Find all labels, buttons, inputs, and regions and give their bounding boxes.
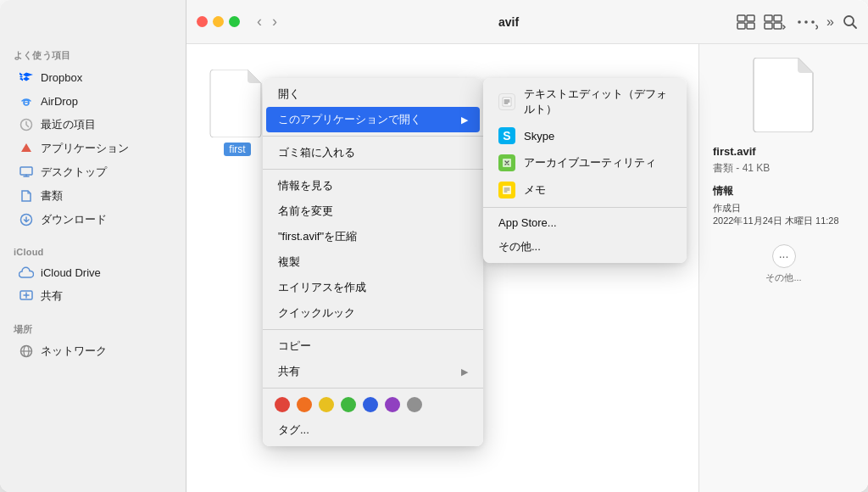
sidebar-item-dropbox[interactable]: Dropbox — [5, 65, 181, 89]
ctx-alias[interactable]: エイリアスを作成 — [266, 275, 480, 300]
ctx-open[interactable]: 開く — [266, 81, 480, 107]
sidebar-item-downloads[interactable]: ダウンロード — [5, 208, 181, 232]
sidebar-item-icloud-drive-label: iCloud Drive — [41, 266, 101, 279]
toolbar-nav: ‹ › — [253, 11, 281, 32]
sidebar-item-network[interactable]: ネットワーク — [5, 339, 181, 363]
svg-rect-8 — [747, 15, 754, 21]
icloud-label: iCloud — [0, 240, 186, 260]
dropbox-icon — [19, 70, 34, 85]
sidebar-item-airdrop-label: AirDrop — [41, 95, 78, 108]
submenu-skype[interactable]: S Skype — [487, 122, 683, 149]
view-options-button[interactable] — [764, 14, 786, 30]
ctx-trash[interactable]: ゴミ箱に入れる — [266, 140, 480, 165]
ctx-open-with[interactable]: このアプリケーションで開く ▶ — [266, 107, 480, 132]
airdrop-icon — [19, 93, 34, 109]
more-options-button[interactable] — [794, 14, 818, 30]
sidebar-item-shared[interactable]: 共有 — [5, 284, 181, 308]
preview-more: ··· その他... — [713, 244, 854, 284]
color-tag-yellow[interactable] — [319, 397, 334, 412]
toolbar-title: avif — [287, 15, 730, 29]
chevron-right-icon-share: ▶ — [461, 366, 468, 377]
submenu-other[interactable]: その他... — [487, 234, 683, 260]
submenu: テキストエディット（デフォルト） S Skype アーカイブユーティリティ メモ — [483, 78, 687, 263]
submenu-appstore[interactable]: App Store... — [487, 211, 683, 234]
favorites-label: よく使う項目 — [0, 42, 186, 65]
traffic-lights — [197, 16, 240, 27]
back-button[interactable]: ‹ — [253, 11, 265, 32]
ctx-tag[interactable]: タグ... — [266, 417, 480, 443]
ctx-separator-2 — [263, 169, 483, 170]
submenu-memo[interactable]: メモ — [487, 176, 683, 204]
search-button[interactable] — [843, 14, 858, 30]
color-tag-red[interactable] — [275, 397, 290, 412]
color-tag-orange[interactable] — [297, 397, 312, 412]
preview-created-date: 2022年11月24日 木曜日 11:28 — [713, 215, 854, 227]
skype-icon: S — [498, 127, 515, 144]
context-menu: 開く このアプリケーションで開く ▶ ゴミ箱に入れる 情報を見る 名前を変更 "… — [263, 78, 483, 446]
shared-icon — [19, 288, 34, 304]
preview-file-icon — [750, 58, 818, 132]
color-tag-gray[interactable] — [407, 397, 422, 412]
list-item[interactable]: first — [203, 70, 271, 156]
view-grid-button[interactable] — [737, 14, 755, 30]
file-icon — [207, 70, 268, 137]
submenu-archive-utility[interactable]: アーカイブユーティリティ — [487, 149, 683, 176]
ctx-color-tags — [263, 392, 483, 417]
ctx-rename[interactable]: 名前を変更 — [266, 198, 480, 224]
preview-created-label: 作成日 — [713, 202, 854, 215]
preview-panel: first.avif 書類 - 41 KB 情報 作成日 2022年11月24日… — [698, 44, 868, 492]
ctx-compress[interactable]: "first.avif"を圧縮 — [266, 224, 480, 249]
svg-rect-11 — [765, 15, 772, 21]
textedit-icon — [498, 93, 515, 110]
chevron-right-icon: ▶ — [461, 115, 468, 126]
memo-icon — [498, 182, 515, 198]
preview-more-button[interactable]: ··· — [772, 244, 796, 268]
preview-more-label: その他... — [713, 271, 854, 284]
close-button[interactable] — [197, 16, 208, 27]
svg-rect-12 — [774, 15, 782, 21]
color-tag-blue[interactable] — [363, 397, 378, 412]
icloud-drive-icon — [19, 265, 34, 280]
sidebar-item-desktop[interactable]: デスクトップ — [5, 160, 181, 184]
sidebar: よく使う項目 Dropbox AirDrop 最近の項目 アプリケーション デス… — [0, 0, 186, 492]
ctx-copy[interactable]: コピー — [266, 333, 480, 359]
sidebar-item-icloud-drive[interactable]: iCloud Drive — [5, 260, 181, 284]
ctx-separator-4 — [263, 388, 483, 389]
docs-icon — [19, 188, 34, 204]
toolbar: ‹ › avif » — [186, 0, 868, 44]
maximize-button[interactable] — [229, 16, 240, 27]
sidebar-item-applications-label: アプリケーション — [41, 141, 129, 156]
ctx-info[interactable]: 情報を見る — [266, 173, 480, 198]
forward-button[interactable]: › — [269, 11, 281, 32]
sidebar-item-network-label: ネットワーク — [41, 344, 107, 359]
minimize-button[interactable] — [213, 16, 224, 27]
sidebar-item-recents-label: 最近の項目 — [41, 117, 96, 132]
sidebar-item-airdrop[interactable]: AirDrop — [5, 89, 181, 113]
file-label: first — [224, 143, 250, 156]
svg-rect-2 — [20, 167, 32, 175]
ctx-separator-1 — [263, 136, 483, 137]
color-tag-purple[interactable] — [385, 397, 400, 412]
svg-rect-7 — [737, 15, 745, 21]
color-tag-green[interactable] — [341, 397, 356, 412]
expand-button[interactable]: » — [826, 14, 834, 30]
svg-rect-14 — [774, 23, 782, 29]
submenu-textedit[interactable]: テキストエディット（デフォルト） — [487, 81, 683, 122]
archive-utility-icon — [498, 154, 515, 171]
ctx-duplicate[interactable]: 複製 — [266, 249, 480, 275]
sidebar-item-applications[interactable]: アプリケーション — [5, 137, 181, 160]
sidebar-item-desktop-label: デスクトップ — [41, 165, 107, 180]
sidebar-item-documents[interactable]: 書類 — [5, 184, 181, 208]
sidebar-item-dropbox-label: Dropbox — [41, 71, 82, 84]
svg-point-15 — [798, 20, 801, 24]
ctx-quicklook[interactable]: クイックルック — [266, 300, 480, 326]
places-label: 場所 — [0, 316, 186, 339]
downloads-icon — [19, 212, 34, 227]
sidebar-item-documents-label: 書類 — [41, 188, 63, 204]
network-icon — [19, 344, 34, 359]
sidebar-item-downloads-label: ダウンロード — [41, 212, 107, 227]
preview-filename: first.avif — [713, 145, 854, 158]
sidebar-item-recents[interactable]: 最近の項目 — [5, 113, 181, 137]
ctx-share[interactable]: 共有 ▶ — [266, 359, 480, 384]
clock-icon — [19, 117, 34, 132]
